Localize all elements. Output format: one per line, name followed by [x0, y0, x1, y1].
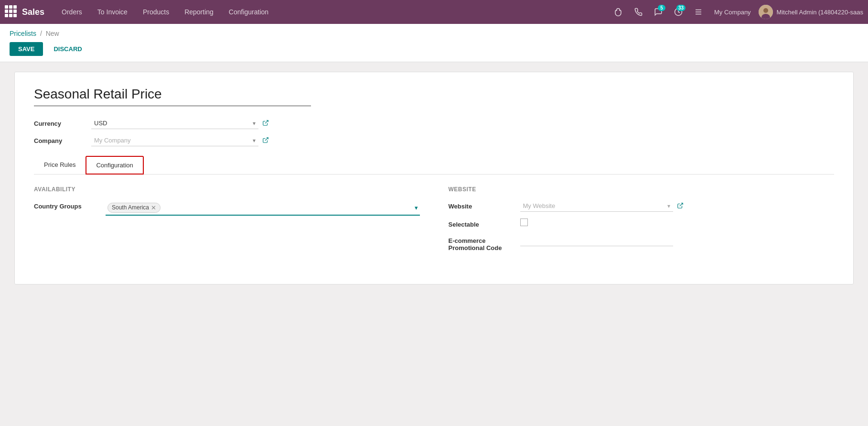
website-select-wrapper: My Website [520, 200, 673, 212]
breadcrumb-separator: / [40, 30, 42, 37]
menu-configuration[interactable]: Configuration [221, 0, 276, 24]
country-groups-tags-input[interactable]: South America ✕ ▾ [106, 200, 420, 216]
svg-line-8 [265, 137, 268, 140]
activity-badge: 33 [676, 5, 686, 11]
country-groups-value: South America ✕ ▾ [106, 200, 420, 216]
currency-field-value: USD [91, 118, 269, 129]
breadcrumb-bar: Pricelists / New SAVE DISCARD [0, 24, 868, 62]
username[interactable]: Mitchell Admin (14804220-saas [777, 9, 863, 16]
bug-icon-btn[interactable] [610, 4, 626, 20]
svg-point-5 [763, 8, 768, 13]
breadcrumb-parent[interactable]: Pricelists [10, 30, 36, 37]
activity-icon-btn[interactable]: 33 [670, 4, 686, 20]
chat-icon-btn[interactable]: 5 [650, 4, 666, 20]
menu-reporting[interactable]: Reporting [177, 0, 221, 24]
form-title[interactable]: Seasonal Retail Price [34, 87, 311, 106]
website-external-link[interactable] [677, 202, 684, 210]
top-navigation: Sales Orders To Invoice Products Reporti… [0, 0, 868, 24]
company-field-value: My Company [91, 135, 269, 146]
website-title: Website [449, 186, 835, 193]
availability-section: Availability Country Groups South Americ… [34, 186, 420, 258]
promo-code-label: E-commerce Promotional Code [449, 235, 520, 251]
website-section: Website Website My Website [449, 186, 835, 258]
company-external-link[interactable] [262, 137, 269, 145]
tabs: Price Rules Configuration [34, 156, 834, 175]
promo-code-input[interactable] [520, 235, 673, 246]
tag-label: South America [112, 204, 149, 211]
selectable-value [520, 218, 835, 228]
currency-external-link[interactable] [262, 120, 269, 128]
website-select[interactable]: My Website [520, 200, 673, 212]
settings-icon-btn[interactable] [690, 4, 707, 20]
promo-code-value [520, 235, 835, 246]
action-bar: SAVE DISCARD [10, 42, 858, 62]
currency-row: Currency USD [34, 118, 834, 129]
phone-icon-btn[interactable] [630, 4, 646, 20]
tab-configuration[interactable]: Configuration [86, 156, 143, 175]
company-select[interactable]: My Company [91, 135, 258, 146]
promo-code-row: E-commerce Promotional Code [449, 235, 835, 251]
save-button[interactable]: SAVE [10, 42, 43, 56]
svg-line-9 [679, 203, 682, 206]
currency-label: Currency [34, 120, 91, 127]
tags-dropdown-icon[interactable]: ▾ [415, 204, 418, 211]
website-label: Website [449, 200, 520, 210]
selectable-row: Selectable [449, 218, 835, 228]
currency-select-wrapper: USD [91, 118, 258, 129]
chat-badge: 5 [658, 5, 665, 11]
tag-remove-icon[interactable]: ✕ [151, 204, 156, 211]
tab-price-rules[interactable]: Price Rules [34, 156, 86, 175]
main-content: Seasonal Retail Price Currency USD Compa… [0, 62, 868, 294]
country-groups-label: Country Groups [34, 200, 106, 210]
svg-line-7 [265, 120, 268, 123]
topnav-right-actions: 5 33 My Company Mitchell Admin (14804220… [610, 4, 863, 20]
form-card: Seasonal Retail Price Currency USD Compa… [14, 72, 854, 284]
company-select-wrapper: My Company [91, 135, 258, 146]
company-name: My Company [714, 9, 751, 16]
brand-logo[interactable]: Sales [22, 7, 44, 17]
apps-menu-icon[interactable] [5, 5, 18, 19]
website-row: Website My Website [449, 200, 835, 212]
availability-title: Availability [34, 186, 420, 193]
user-avatar[interactable] [759, 5, 773, 19]
country-groups-row: Country Groups South America ✕ ▾ [34, 200, 420, 216]
breadcrumb-current: New [46, 30, 59, 37]
menu-products[interactable]: Products [135, 0, 177, 24]
website-row-value: My Website [520, 200, 835, 212]
tab-section: Availability Country Groups South Americ… [34, 186, 834, 258]
selectable-checkbox[interactable] [520, 218, 528, 226]
company-row: Company My Company [34, 135, 834, 146]
menu-to-invoice[interactable]: To Invoice [90, 0, 135, 24]
main-menu: Orders To Invoice Products Reporting Con… [54, 0, 610, 24]
tags-text-input[interactable] [162, 204, 191, 211]
tag-south-america: South America ✕ [107, 203, 161, 213]
tab-content-configuration: Availability Country Groups South Americ… [34, 175, 834, 270]
menu-orders[interactable]: Orders [54, 0, 90, 24]
currency-select[interactable]: USD [91, 118, 258, 129]
selectable-label: Selectable [449, 218, 520, 228]
discard-button[interactable]: DISCARD [48, 42, 87, 56]
company-label: Company [34, 137, 91, 144]
breadcrumb: Pricelists / New [10, 30, 858, 37]
